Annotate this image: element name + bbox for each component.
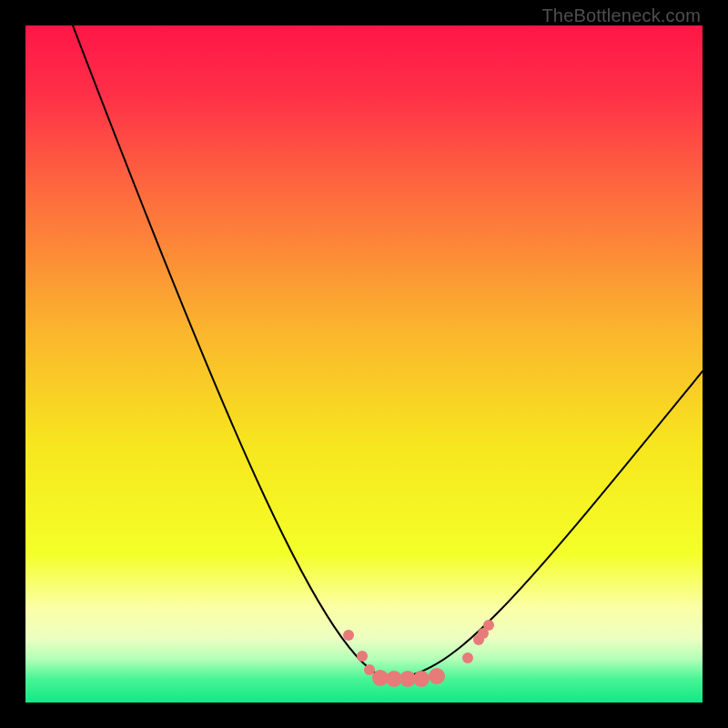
bottleneck-curve (73, 25, 703, 679)
data-marker (357, 651, 368, 662)
data-marker (413, 671, 430, 687)
data-marker (462, 652, 473, 663)
data-marker (364, 664, 375, 675)
data-marker (483, 620, 494, 631)
chart-plot-area (25, 25, 703, 703)
chart-frame: TheBottleneck.com (0, 0, 728, 728)
watermark-text: TheBottleneck.com (541, 5, 701, 26)
marker-group (343, 620, 494, 687)
chart-curve-layer (25, 25, 703, 703)
data-marker (343, 630, 354, 641)
data-marker (429, 668, 445, 684)
